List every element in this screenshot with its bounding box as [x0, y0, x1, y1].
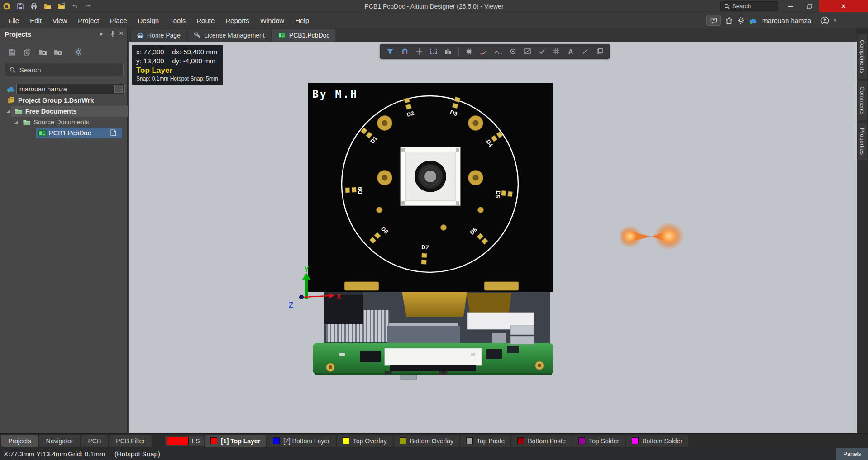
global-search-box[interactable]	[720, 1, 778, 11]
grid-icon[interactable]	[552, 47, 560, 56]
tree-row-source-documents[interactable]: Source Documents	[0, 117, 128, 128]
menu-edit[interactable]: Edit	[24, 14, 47, 27]
rule-check-icon[interactable]	[538, 47, 546, 56]
tab-pcb1-pcbdoc[interactable]: PCB1.PcbDoc	[272, 29, 335, 42]
layer-tab-bottom-solder[interactable]: Bottom Solder	[626, 435, 688, 447]
arc-icon[interactable]	[494, 47, 502, 56]
layer-tab-top-paste[interactable]: Top Paste	[460, 435, 510, 447]
altium-designer-window: PCB1.PcbDoc - Altium Designer (26.5.0) -…	[0, 0, 868, 460]
pin-icon[interactable]	[110, 31, 115, 37]
view-toolbar: A	[380, 44, 610, 59]
tab-components[interactable]: Components	[858, 34, 867, 79]
search-input[interactable]	[732, 3, 773, 9]
projects-search-input[interactable]	[19, 66, 110, 74]
workspace-name-box[interactable]: marouan hamza …	[16, 84, 125, 94]
expand-triangle-icon[interactable]	[6, 110, 10, 113]
signed-in-user[interactable]: marouan hamza	[762, 17, 811, 24]
user-menu-chevron-icon[interactable]: ▾	[834, 18, 836, 24]
component-chip-icon[interactable]	[465, 47, 473, 56]
layer-tab-bottom-layer[interactable]: [2] Bottom Layer	[267, 435, 336, 447]
user-avatar-icon[interactable]	[820, 16, 829, 25]
feedback-comment-icon[interactable]	[706, 15, 721, 26]
line-tool-icon[interactable]	[581, 47, 589, 56]
menu-window[interactable]: Window	[255, 14, 290, 27]
grid-setting: Grid: 0.1mm	[68, 450, 105, 458]
pcb-3d-canvas[interactable]: By M.H	[129, 42, 857, 433]
compile-documents-icon[interactable]	[23, 47, 32, 57]
menu-route[interactable]: Route	[191, 14, 220, 27]
menubar: File Edit View Project Place Design Tool…	[0, 12, 868, 28]
tree-row-project-group[interactable]: Project Group 1.DsnWrk	[0, 95, 128, 106]
layer-tab-top-solder[interactable]: Top Solder	[572, 435, 625, 447]
projects-search-box[interactable]	[5, 63, 124, 76]
tree-row-free-documents[interactable]: Free Documents	[0, 106, 128, 117]
menu-reports[interactable]: Reports	[220, 14, 255, 27]
edge-connector-pad	[344, 282, 379, 290]
room-icon[interactable]	[523, 47, 531, 56]
layer-tab-label: Bottom Paste	[528, 437, 566, 445]
gear-icon[interactable]	[737, 17, 744, 24]
layer-set-swatch	[167, 437, 189, 445]
menu-tools[interactable]: Tools	[164, 14, 191, 27]
document-tabbar: Home Page License Management PCB1.PcbDoc	[129, 28, 857, 42]
panels-button[interactable]: Panels	[836, 448, 868, 460]
svg-text:D7: D7	[421, 244, 429, 251]
tab-navigator[interactable]: Navigator	[39, 435, 80, 447]
panel-close-icon[interactable]: ×	[119, 29, 123, 38]
document-page-icon[interactable]	[110, 129, 116, 136]
folder-icon	[14, 108, 23, 114]
home-icon[interactable]	[725, 17, 733, 24]
panel-dropdown-icon[interactable]: ▾	[100, 30, 103, 38]
usb-port	[510, 326, 534, 335]
statusbar: X:77.3mm Y:13.4mm Grid: 0.1mm (Hotspot S…	[0, 448, 868, 460]
projects-panel-title: Projects	[5, 30, 31, 38]
hud-dy: dy: -4,000 mm	[172, 57, 218, 66]
project-group-name: Project Group 1.DsnWrk	[18, 97, 94, 104]
magnet-snap-icon[interactable]	[401, 47, 409, 56]
cloud-workspace-icon	[749, 17, 758, 24]
paste-array-icon[interactable]	[596, 47, 604, 56]
layer-tab-top-overlay[interactable]: Top Overlay	[337, 435, 393, 447]
selection-box-icon[interactable]	[429, 47, 438, 56]
restore-button[interactable]	[800, 0, 819, 12]
menu-help[interactable]: Help	[290, 14, 315, 27]
tab-home-page[interactable]: Home Page	[131, 29, 186, 42]
minimize-button[interactable]	[781, 0, 800, 12]
bottom-connector	[401, 375, 417, 379]
save-project-icon[interactable]	[7, 47, 16, 57]
menu-place[interactable]: Place	[105, 14, 133, 27]
camera-module	[401, 147, 460, 206]
layer-color-swatch	[400, 437, 406, 444]
explore-folder-icon[interactable]	[38, 47, 47, 57]
close-button[interactable]: ✕	[819, 0, 868, 12]
toolbar-separator	[458, 47, 459, 56]
folder-settings-icon[interactable]	[53, 47, 62, 57]
filter-icon[interactable]	[386, 47, 394, 56]
tab-license-management[interactable]: License Management	[188, 29, 271, 42]
expand-triangle-icon[interactable]	[14, 121, 18, 124]
menu-view[interactable]: View	[47, 14, 72, 27]
menu-design[interactable]: Design	[133, 14, 165, 27]
layer-tab-bottom-overlay[interactable]: Bottom Overlay	[394, 435, 459, 447]
tree-row-pcb-document[interactable]: PCB1.PcbDoc	[0, 128, 128, 138]
tab-pcb[interactable]: PCB	[81, 435, 108, 447]
menu-file[interactable]: File	[3, 14, 24, 27]
tab-pcb-filter[interactable]: PCB Filter	[109, 435, 152, 447]
menu-project[interactable]: Project	[72, 14, 105, 27]
panel-settings-gear-icon[interactable]	[74, 47, 83, 57]
tab-properties[interactable]: Properties	[858, 123, 867, 160]
tab-projects[interactable]: Projects	[1, 435, 38, 447]
text-tool-icon[interactable]: A	[567, 47, 575, 56]
tab-comments[interactable]: Comments	[858, 81, 867, 120]
crosshair-icon[interactable]	[415, 47, 423, 56]
layer-tab-top-layer[interactable]: [1] Top Layer	[205, 435, 266, 447]
toolbar-separator	[69, 47, 69, 57]
align-columns-icon[interactable]	[444, 47, 452, 56]
workspace-options-icon[interactable]: …	[114, 85, 123, 93]
via-icon[interactable]	[509, 47, 517, 56]
layer-set-tab[interactable]: LS	[165, 436, 204, 446]
tree-row-workspace[interactable]: marouan hamza …	[0, 84, 128, 95]
hud-snap-info: Snap: 0.1mm Hotspot Snap: 5mm	[136, 76, 218, 82]
layer-tab-bottom-paste[interactable]: Bottom Paste	[511, 435, 572, 447]
route-icon[interactable]	[480, 47, 488, 56]
